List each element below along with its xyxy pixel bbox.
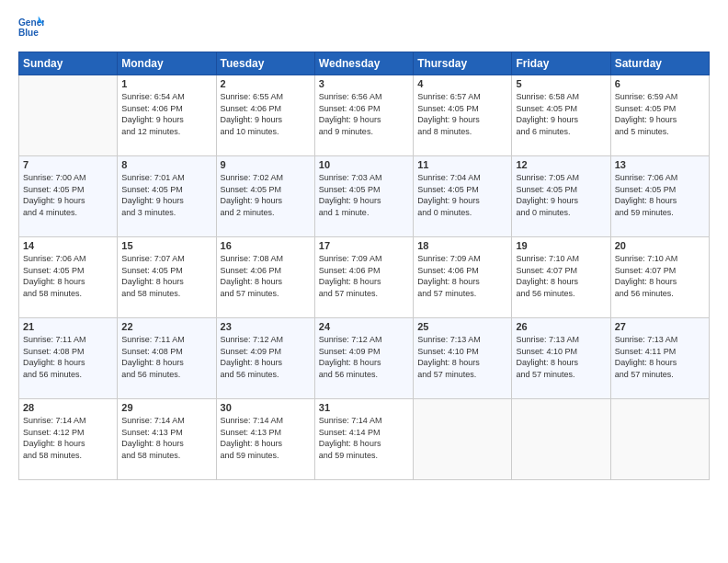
calendar-cell: 1Sunrise: 6:54 AM Sunset: 4:06 PM Daylig… xyxy=(118,75,216,156)
day-info: Sunrise: 7:14 AM Sunset: 4:12 PM Dayligh… xyxy=(23,415,113,461)
day-info: Sunrise: 6:54 AM Sunset: 4:06 PM Dayligh… xyxy=(121,91,211,137)
day-info: Sunrise: 6:59 AM Sunset: 4:05 PM Dayligh… xyxy=(615,91,705,137)
day-number: 22 xyxy=(121,321,211,332)
calendar-cell: 28Sunrise: 7:14 AM Sunset: 4:12 PM Dayli… xyxy=(19,399,118,480)
day-info: Sunrise: 7:10 AM Sunset: 4:07 PM Dayligh… xyxy=(516,253,606,299)
day-number: 14 xyxy=(23,240,113,251)
calendar-cell: 18Sunrise: 7:09 AM Sunset: 4:06 PM Dayli… xyxy=(414,237,512,318)
day-number: 26 xyxy=(516,321,606,332)
calendar-cell: 9Sunrise: 7:02 AM Sunset: 4:05 PM Daylig… xyxy=(216,156,314,237)
day-info: Sunrise: 7:04 AM Sunset: 4:05 PM Dayligh… xyxy=(417,172,507,218)
calendar-cell: 11Sunrise: 7:04 AM Sunset: 4:05 PM Dayli… xyxy=(414,156,512,237)
calendar-week-3: 14Sunrise: 7:06 AM Sunset: 4:05 PM Dayli… xyxy=(19,237,710,318)
calendar-cell xyxy=(512,399,610,480)
header-friday: Friday xyxy=(512,52,610,75)
page-container: General Blue SundayMondayTuesdayWednesda… xyxy=(0,0,728,489)
logo: General Blue xyxy=(18,15,48,40)
calendar-header-row: SundayMondayTuesdayWednesdayThursdayFrid… xyxy=(19,52,710,75)
calendar-cell: 5Sunrise: 6:58 AM Sunset: 4:05 PM Daylig… xyxy=(512,75,610,156)
calendar-table: SundayMondayTuesdayWednesdayThursdayFrid… xyxy=(18,52,710,480)
calendar-cell: 20Sunrise: 7:10 AM Sunset: 4:07 PM Dayli… xyxy=(610,237,709,318)
day-number: 8 xyxy=(121,159,211,170)
calendar-cell: 26Sunrise: 7:13 AM Sunset: 4:10 PM Dayli… xyxy=(512,318,610,399)
day-number: 18 xyxy=(417,240,507,251)
calendar-cell xyxy=(610,399,709,480)
calendar-cell: 17Sunrise: 7:09 AM Sunset: 4:06 PM Dayli… xyxy=(314,237,413,318)
day-info: Sunrise: 7:01 AM Sunset: 4:05 PM Dayligh… xyxy=(121,172,211,218)
day-info: Sunrise: 7:14 AM Sunset: 4:14 PM Dayligh… xyxy=(319,415,409,461)
day-info: Sunrise: 7:09 AM Sunset: 4:06 PM Dayligh… xyxy=(319,253,409,299)
day-info: Sunrise: 7:10 AM Sunset: 4:07 PM Dayligh… xyxy=(615,253,705,299)
day-info: Sunrise: 7:12 AM Sunset: 4:09 PM Dayligh… xyxy=(319,334,409,380)
day-info: Sunrise: 7:12 AM Sunset: 4:09 PM Dayligh… xyxy=(221,334,311,380)
header-wednesday: Wednesday xyxy=(314,52,413,75)
calendar-cell: 3Sunrise: 6:56 AM Sunset: 4:06 PM Daylig… xyxy=(314,75,413,156)
day-info: Sunrise: 7:07 AM Sunset: 4:05 PM Dayligh… xyxy=(121,253,211,299)
calendar-cell: 27Sunrise: 7:13 AM Sunset: 4:11 PM Dayli… xyxy=(610,318,709,399)
day-number: 4 xyxy=(417,78,507,89)
day-info: Sunrise: 7:08 AM Sunset: 4:06 PM Dayligh… xyxy=(221,253,311,299)
day-number: 12 xyxy=(516,159,606,170)
day-number: 27 xyxy=(615,321,705,332)
calendar-cell: 6Sunrise: 6:59 AM Sunset: 4:05 PM Daylig… xyxy=(610,75,709,156)
day-number: 28 xyxy=(23,402,113,413)
calendar-cell: 7Sunrise: 7:00 AM Sunset: 4:05 PM Daylig… xyxy=(19,156,118,237)
header-tuesday: Tuesday xyxy=(216,52,314,75)
header-saturday: Saturday xyxy=(610,52,709,75)
day-info: Sunrise: 6:57 AM Sunset: 4:05 PM Dayligh… xyxy=(417,91,507,137)
calendar-cell: 19Sunrise: 7:10 AM Sunset: 4:07 PM Dayli… xyxy=(512,237,610,318)
day-number: 23 xyxy=(221,321,311,332)
day-number: 30 xyxy=(221,402,311,413)
day-number: 7 xyxy=(23,159,113,170)
calendar-cell: 23Sunrise: 7:12 AM Sunset: 4:09 PM Dayli… xyxy=(216,318,314,399)
day-info: Sunrise: 7:14 AM Sunset: 4:13 PM Dayligh… xyxy=(221,415,311,461)
day-info: Sunrise: 7:13 AM Sunset: 4:10 PM Dayligh… xyxy=(417,334,507,380)
calendar-cell: 8Sunrise: 7:01 AM Sunset: 4:05 PM Daylig… xyxy=(118,156,216,237)
day-number: 24 xyxy=(319,321,409,332)
day-number: 21 xyxy=(23,321,113,332)
calendar-cell: 10Sunrise: 7:03 AM Sunset: 4:05 PM Dayli… xyxy=(314,156,413,237)
day-number: 19 xyxy=(516,240,606,251)
day-number: 11 xyxy=(417,159,507,170)
logo-icon: General Blue xyxy=(18,15,44,40)
header-sunday: Sunday xyxy=(19,52,118,75)
day-info: Sunrise: 7:11 AM Sunset: 4:08 PM Dayligh… xyxy=(121,334,211,380)
day-number: 10 xyxy=(319,159,409,170)
day-number: 25 xyxy=(417,321,507,332)
calendar-cell: 13Sunrise: 7:06 AM Sunset: 4:05 PM Dayli… xyxy=(610,156,709,237)
calendar-cell: 4Sunrise: 6:57 AM Sunset: 4:05 PM Daylig… xyxy=(414,75,512,156)
header-monday: Monday xyxy=(118,52,216,75)
day-number: 31 xyxy=(319,402,409,413)
day-info: Sunrise: 7:13 AM Sunset: 4:11 PM Dayligh… xyxy=(615,334,705,380)
day-number: 6 xyxy=(615,78,705,89)
calendar-week-5: 28Sunrise: 7:14 AM Sunset: 4:12 PM Dayli… xyxy=(19,399,710,480)
day-info: Sunrise: 7:09 AM Sunset: 4:06 PM Dayligh… xyxy=(417,253,507,299)
day-number: 5 xyxy=(516,78,606,89)
day-number: 16 xyxy=(221,240,311,251)
calendar-cell: 21Sunrise: 7:11 AM Sunset: 4:08 PM Dayli… xyxy=(19,318,118,399)
calendar-cell: 31Sunrise: 7:14 AM Sunset: 4:14 PM Dayli… xyxy=(314,399,413,480)
day-number: 1 xyxy=(121,78,211,89)
day-number: 9 xyxy=(221,159,311,170)
calendar-cell: 25Sunrise: 7:13 AM Sunset: 4:10 PM Dayli… xyxy=(414,318,512,399)
day-info: Sunrise: 7:13 AM Sunset: 4:10 PM Dayligh… xyxy=(516,334,606,380)
day-info: Sunrise: 6:58 AM Sunset: 4:05 PM Dayligh… xyxy=(516,91,606,137)
calendar-cell: 22Sunrise: 7:11 AM Sunset: 4:08 PM Dayli… xyxy=(118,318,216,399)
day-info: Sunrise: 7:02 AM Sunset: 4:05 PM Dayligh… xyxy=(221,172,311,218)
day-info: Sunrise: 7:11 AM Sunset: 4:08 PM Dayligh… xyxy=(23,334,113,380)
day-info: Sunrise: 7:06 AM Sunset: 4:05 PM Dayligh… xyxy=(615,172,705,218)
day-number: 29 xyxy=(121,402,211,413)
day-info: Sunrise: 7:00 AM Sunset: 4:05 PM Dayligh… xyxy=(23,172,113,218)
calendar-cell: 16Sunrise: 7:08 AM Sunset: 4:06 PM Dayli… xyxy=(216,237,314,318)
day-number: 17 xyxy=(319,240,409,251)
calendar-cell: 30Sunrise: 7:14 AM Sunset: 4:13 PM Dayli… xyxy=(216,399,314,480)
calendar-cell: 15Sunrise: 7:07 AM Sunset: 4:05 PM Dayli… xyxy=(118,237,216,318)
day-number: 20 xyxy=(615,240,705,251)
day-info: Sunrise: 7:06 AM Sunset: 4:05 PM Dayligh… xyxy=(23,253,113,299)
calendar-cell: 14Sunrise: 7:06 AM Sunset: 4:05 PM Dayli… xyxy=(19,237,118,318)
day-number: 2 xyxy=(221,78,311,89)
day-info: Sunrise: 7:03 AM Sunset: 4:05 PM Dayligh… xyxy=(319,172,409,218)
day-info: Sunrise: 7:05 AM Sunset: 4:05 PM Dayligh… xyxy=(516,172,606,218)
calendar-week-2: 7Sunrise: 7:00 AM Sunset: 4:05 PM Daylig… xyxy=(19,156,710,237)
calendar-cell xyxy=(19,75,118,156)
